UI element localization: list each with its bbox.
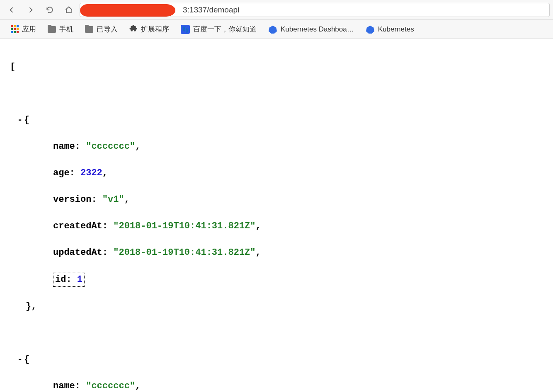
svg-marker-1 [366,25,374,33]
bookmark-baidu[interactable]: 👣 百度一下，你就知道 [176,23,262,36]
json-row-createdat: createdAt: "2018-01-19T10:41:31.821Z", [10,220,547,233]
json-viewer: [ -{ name: "ccccccc", age: 2322, version… [0,39,553,392]
bookmark-label: 应用 [22,24,36,34]
redaction-mark [80,4,175,17]
browser-toolbar: i 3:1337/demoapi [0,0,553,20]
baidu-icon: 👣 [181,25,190,34]
json-row-updatedat: updatedAt: "2018-01-19T10:41:31.821Z", [10,246,547,259]
kubernetes-icon [268,25,277,34]
folder-icon [85,26,93,33]
bookmark-label: 百度一下，你就知道 [193,24,257,34]
bookmark-extensions[interactable]: 扩展程序 [124,22,174,36]
json-row-name: name: "ccccccc", [10,380,547,392]
apps-grid-icon [11,25,19,33]
json-row-name: name: "ccccccc", [10,140,547,153]
json-row-age: age: 2322, [10,167,547,180]
home-icon [65,6,73,14]
svg-marker-0 [269,25,277,33]
back-button[interactable] [3,2,20,17]
folder-icon [48,26,56,33]
bookmark-folder-mobile[interactable]: 手机 [43,23,78,36]
reload-button[interactable] [41,2,58,17]
bookmark-k8s-dashboard[interactable]: Kubernetes Dashboa… [263,23,359,36]
collapse-toggle[interactable]: - [16,353,24,366]
puzzle-icon [129,24,138,34]
json-id-highlight[interactable]: id: 1 [53,273,85,287]
bookmark-label: Kubernetes Dashboa… [281,25,354,34]
reload-icon [46,6,54,14]
bookmark-label: 已导入 [97,24,118,34]
bookmark-label: 扩展程序 [141,24,169,34]
bookmark-label: Kubernetes [378,25,414,34]
json-object-close: }, [10,300,547,313]
arrow-left-icon [7,6,16,14]
json-object-open: -{ [10,114,547,127]
bookmark-folder-imported[interactable]: 已导入 [80,23,123,36]
arrow-right-icon [27,6,35,14]
collapse-toggle[interactable]: - [16,114,24,127]
json-object-open: -{ [10,353,547,366]
bookmark-apps[interactable]: 应用 [6,23,41,36]
kubernetes-icon [366,25,375,34]
bookmarks-bar: 应用 手机 已导入 扩展程序 👣 百度一下，你就知道 Kubernetes Da… [0,20,553,39]
forward-button[interactable] [22,2,39,17]
json-open-bracket: [ [10,60,547,74]
json-row-version: version: "v1", [10,193,547,206]
bookmark-label: 手机 [59,24,73,34]
bookmark-k8s[interactable]: Kubernetes [361,23,419,36]
home-button[interactable] [61,2,77,17]
address-bar[interactable]: i 3:1337/demoapi [80,3,550,17]
json-row-id: id: 1 [10,273,547,287]
